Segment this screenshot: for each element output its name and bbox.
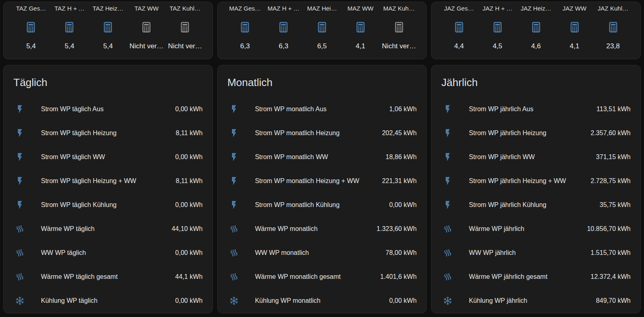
- entity-row[interactable]: Wärme WP täglich gesamt 44,1 kWh: [13, 265, 203, 289]
- calculator-icon: [25, 21, 37, 33]
- summary-item-jaz-ww[interactable]: JAZ WW 4,1: [555, 4, 594, 51]
- entity-row[interactable]: Strom WP monatlich Aus 1,06 kWh: [228, 97, 417, 121]
- entity-row[interactable]: WW WP täglich 0,00 kWh: [13, 241, 203, 265]
- entity-row[interactable]: Kühlung WP täglich 0,00 kWh: [13, 289, 203, 313]
- calculator-icon: [277, 21, 290, 33]
- entity-label: MAZ Kuh…: [383, 4, 415, 13]
- summary-item-taz-kuehlung[interactable]: TAZ Kuhl… Nicht ver…: [166, 4, 204, 51]
- entity-value: 6,3: [240, 42, 250, 51]
- entity-row[interactable]: Strom WP jährlich Aus 113,51 kWh: [441, 97, 631, 121]
- summary-item-maz-h-ww[interactable]: MAZ H + … 6,3: [264, 4, 303, 51]
- entity-row[interactable]: Strom WP täglich Kühlung 0,00 kWh: [13, 193, 203, 217]
- entity-row[interactable]: Wärme WP monatlich 1.323,60 kWh: [228, 217, 417, 241]
- entity-name: Strom WP täglich Kühlung: [41, 201, 175, 209]
- entity-name: Strom WP monatlich Heizung: [255, 129, 382, 137]
- entity-value: 4,6: [531, 42, 541, 51]
- card-title: Jährlich: [441, 76, 631, 89]
- entity-row[interactable]: Strom WP monatlich Heizung + WW 221,31 k…: [228, 169, 417, 193]
- entity-label: TAZ Ges…: [16, 4, 46, 13]
- summary-item-jaz-h-ww[interactable]: JAZ H + … 4,5: [478, 4, 517, 51]
- summary-item-maz-gesamt[interactable]: MAZ Ges… 6,3: [226, 4, 264, 51]
- entity-value: 849,70 kWh: [596, 297, 631, 304]
- calculator-icon: [530, 21, 542, 33]
- entity-row[interactable]: Kühlung WP jährlich 849,70 kWh: [441, 289, 631, 313]
- heat-wave-icon: [15, 272, 25, 282]
- entity-value: 371,15 kWh: [596, 153, 631, 161]
- flash-icon: [229, 152, 239, 162]
- flash-icon: [15, 200, 25, 210]
- entity-name: WW WP jährlich: [469, 249, 590, 257]
- snowflake-icon: [229, 296, 239, 306]
- entity-name: Strom WP monatlich Aus: [255, 106, 389, 113]
- entity-value: 0,00 kWh: [175, 201, 203, 209]
- flash-icon: [15, 104, 25, 114]
- entity-value: 202,45 kWh: [382, 129, 416, 137]
- entity-name: Wärme WP jährlich: [469, 225, 587, 233]
- entity-name: WW WP monatlich: [255, 249, 386, 257]
- entity-row[interactable]: Wärme WP täglich 44,10 kWh: [13, 217, 203, 241]
- entity-name: Strom WP jährlich Aus: [469, 106, 596, 113]
- flash-icon: [229, 176, 239, 186]
- entity-value: 78,00 kWh: [386, 249, 416, 257]
- entity-name: Kühlung WP täglich: [41, 297, 175, 304]
- entity-row[interactable]: Wärme WP jährlich gesamt 12.372,4 kWh: [441, 265, 631, 289]
- entity-row[interactable]: Strom WP täglich WW 0,00 kWh: [13, 145, 203, 169]
- snowflake-icon: [15, 296, 25, 306]
- entity-row[interactable]: Wärme WP jährlich 10.856,70 kWh: [441, 217, 631, 241]
- entity-row[interactable]: Kühlung WP monatlich 0,00 kWh: [228, 289, 417, 313]
- entity-name: Strom WP täglich Heizung: [41, 129, 176, 137]
- entity-value: 1.515,70 kWh: [590, 249, 631, 257]
- entity-value: 1.401,6 kWh: [380, 273, 417, 280]
- summary-item-taz-ww[interactable]: TAZ WW Nicht ver…: [127, 4, 166, 51]
- summary-item-jaz-heizung[interactable]: JAZ Heiz… 4,6: [517, 4, 555, 51]
- summary-item-taz-h-ww[interactable]: TAZ H + … 5,4: [50, 4, 89, 51]
- entity-value: 8,11 kWh: [176, 129, 202, 137]
- summary-item-taz-gesamt[interactable]: TAZ Ges… 5,4: [12, 4, 50, 51]
- entity-name: Strom WP jährlich WW: [469, 153, 596, 161]
- entity-row[interactable]: Wärme WP monatlich gesamt 1.401,6 kWh: [228, 265, 417, 289]
- entity-value: 1.323,60 kWh: [377, 225, 417, 233]
- flash-icon: [443, 200, 453, 210]
- summary-item-maz-ww[interactable]: MAZ WW 4,1: [341, 4, 380, 51]
- entity-row[interactable]: Strom WP monatlich Kühlung 0,00 kWh: [228, 193, 417, 217]
- entity-value: Nicht ver…: [382, 42, 416, 51]
- entity-label: TAZ Heiz…: [92, 4, 123, 13]
- summary-item-jaz-kuehlung[interactable]: JAZ Kuhl… 23,8: [594, 4, 632, 51]
- entity-row[interactable]: Strom WP monatlich WW 18,86 kWh: [228, 145, 417, 169]
- calculator-icon: [569, 21, 581, 33]
- calculator-icon: [239, 21, 251, 33]
- entity-row[interactable]: Strom WP jährlich Heizung 2.357,60 kWh: [441, 121, 631, 145]
- entity-row[interactable]: Strom WP täglich Heizung 8,11 kWh: [13, 121, 203, 145]
- entity-value: 44,1 kWh: [175, 273, 203, 280]
- entity-name: Wärme WP täglich gesamt: [41, 273, 175, 280]
- entity-row[interactable]: Strom WP jährlich WW 371,15 kWh: [441, 145, 631, 169]
- heat-wave-icon: [443, 248, 453, 258]
- entity-value: 221,31 kWh: [382, 177, 416, 185]
- entity-row[interactable]: WW WP jährlich 1.515,70 kWh: [441, 241, 631, 265]
- entity-value: 4,1: [570, 42, 580, 51]
- stat-card-monatlich: Monatlich Strom WP monatlich Aus 1,06 kW…: [217, 65, 427, 313]
- flash-icon: [229, 104, 239, 114]
- entity-name: Strom WP jährlich Heizung + WW: [469, 177, 590, 185]
- entity-row[interactable]: Strom WP täglich Aus 0,00 kWh: [13, 97, 203, 121]
- entity-name: Wärme WP monatlich gesamt: [255, 273, 380, 280]
- entity-name: Strom WP täglich Aus: [41, 106, 175, 113]
- summary-item-taz-heizung[interactable]: TAZ Heiz… 5,4: [89, 4, 127, 51]
- entity-value: 4,1: [356, 42, 365, 51]
- entity-value: 0,00 kWh: [389, 201, 417, 209]
- entity-name: Kühlung WP monatlich: [255, 297, 389, 304]
- entity-label: JAZ WW: [562, 4, 586, 13]
- summary-item-maz-kuehlung[interactable]: MAZ Kuh… Nicht ver…: [380, 4, 418, 51]
- summary-item-maz-heizung[interactable]: MAZ Hei… 6,5: [303, 4, 341, 51]
- entity-row[interactable]: Strom WP monatlich Heizung 202,45 kWh: [228, 121, 417, 145]
- entity-name: Strom WP jährlich Heizung: [469, 129, 590, 137]
- entity-row[interactable]: Strom WP täglich Heizung + WW 8,11 kWh: [13, 169, 203, 193]
- entity-row[interactable]: Strom WP jährlich Kühlung 35,75 kWh: [441, 193, 631, 217]
- entity-row[interactable]: Strom WP jährlich Heizung + WW 2.728,75 …: [441, 169, 631, 193]
- entity-row[interactable]: WW WP monatlich 78,00 kWh: [228, 241, 417, 265]
- entity-value: 35,75 kWh: [600, 201, 631, 209]
- summary-item-jaz-gesamt[interactable]: JAZ Ges… 4,4: [440, 4, 478, 51]
- entity-label: JAZ H + …: [483, 4, 513, 13]
- entity-value: 0,00 kWh: [175, 106, 203, 113]
- entity-name: Wärme WP jährlich gesamt: [469, 273, 590, 280]
